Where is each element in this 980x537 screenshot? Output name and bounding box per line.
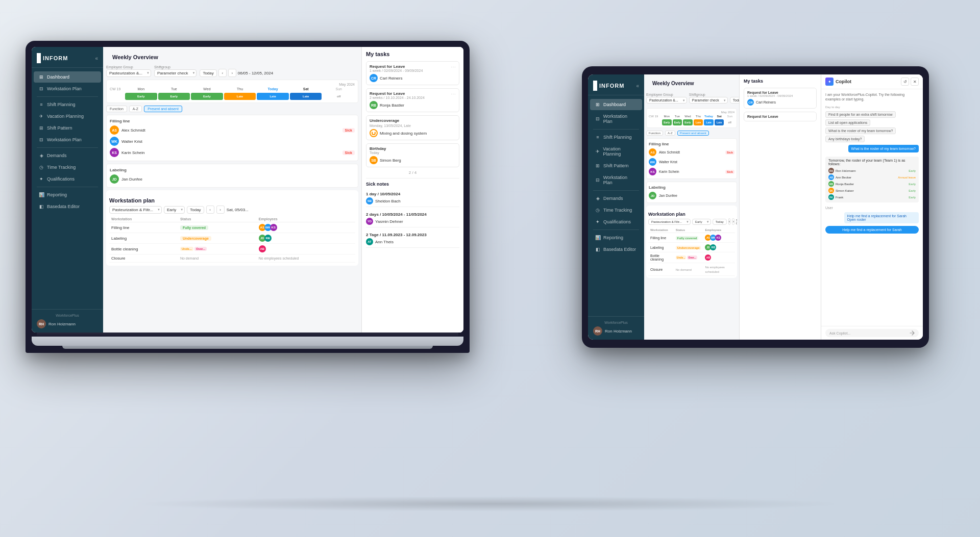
tablet-nav-demands[interactable]: ◈ Demands [590,193,642,204]
tablet-nav-label: Demands [603,196,623,201]
my-tasks-title: My tasks [366,51,459,57]
ws-today-button[interactable]: Today [187,206,204,214]
sidebar-collapse-icon[interactable]: « [95,56,98,61]
sidebar-item-workstation-plan[interactable]: ⊟ Workstation Plan [34,83,101,94]
tablet-ws-today[interactable]: Today [713,219,727,225]
ws-shift-dropdown[interactable]: Early ▼ [164,206,185,214]
tablet-ws-prev[interactable]: ‹ [728,218,731,225]
copilot-refresh-button[interactable]: ↺ [901,78,909,86]
t-tue: Tue [673,115,682,118]
copilot-response-text: Tomorrow, the roster of your team (Team … [828,159,916,166]
tablet-nav-workstation2[interactable]: ⊟ Workstation Plan [590,172,642,188]
task-person-2: RB Ronja Bastler [370,101,456,109]
ws-prev-button[interactable]: ‹ [206,206,214,214]
tablet-av-jan: JD [649,192,656,199]
sick-person-1: SB Sheldon Bach [366,197,459,204]
sick-notes-title: Sick notes [366,182,459,187]
tablet-nav-qual[interactable]: ✦ Qualifications [590,216,642,227]
shiftgroup-dropdown[interactable]: Parameter check ▼ [154,69,197,77]
employee-group-dropdown[interactable]: Pasteurization &... ▼ [106,69,151,77]
tablet-emp-jan: JD Jan Dunfee [649,191,734,200]
tablet-tab-function[interactable]: Function [646,131,663,136]
copilot-suggestion-btn[interactable]: Help me find a replacement for Sarah [825,226,919,234]
tab-present-absent[interactable]: Present and absent [144,106,182,112]
sidebar-item-vacation-planning[interactable]: ✈ Vacation Planning [34,111,101,122]
weekly-section: Weekly Overview Employee Group Pasteuriz… [103,47,361,333]
sidebar-item-workstation-plan2[interactable]: ⊟ Workstation Plan [34,134,101,145]
tablet-nav-time[interactable]: ◷ Time Tracking [590,204,642,216]
main-content: Weekly Overview Employee Group Pasteuriz… [103,47,463,333]
copilot-panel: ✦ Copilot ↺ ✕ I am your WorkforcePlus-Co… [821,74,923,340]
tablet-inform-text: INFORM [599,83,624,89]
tablet-ws-next[interactable]: › [732,218,734,225]
t-thu: Thu [694,115,703,118]
tablet-today-btn[interactable]: Today [730,97,739,104]
tablet-task-type-2: Request for Leave [747,115,813,118]
employee-group-label: Employee Group [106,65,151,69]
tablet-sg-dropdown[interactable]: Parameter check ▼ [689,97,728,104]
labeling-title: Labeling [110,167,355,173]
tablet-tab-present[interactable]: Present and absent [677,131,709,136]
ws-row-filling: Filling line Fully covered AS WK KS [109,222,355,233]
sidebar-item-basedata[interactable]: ◧ Basedata Editor [34,201,101,212]
tablet-col-status: Status [674,227,703,233]
tablet-sidebar-nav: ⊞ Dashboard ⊟ Workstation Plan ≡ Shift P… [588,95,644,316]
next-week-button[interactable]: › [228,69,236,77]
tablet-ws-row-labeling: Labeling Undercoverage JD RB [648,243,735,252]
tablet-nav-shift[interactable]: ≡ Shift Planning [590,132,642,143]
copilot-chips-label: Day to day [825,106,919,109]
tablet-nav-basedata[interactable]: ◧ Basedata Editor [590,244,642,255]
sidebar-item-shift-planning[interactable]: ≡ Shift Planning [34,99,101,110]
ws-emp-group-dropdown[interactable]: Pasteurization & Filtr... ▼ [109,206,162,214]
sidebar-item-label: Shift Pattern [47,125,72,131]
tablet-task-name-1: Carl Reiners [756,100,776,104]
tablet-nav-workstation[interactable]: ⊟ Workstation Plan [590,111,642,127]
ws-date-display: Sat, 05/03... [227,208,249,212]
tablet-collapse-icon[interactable]: « [636,83,639,89]
weekly-overview-title: Weekly Overview [106,50,358,62]
chip-roster[interactable]: What is the roster of my team tomorrow? [825,127,896,134]
tablet-emp-karin: KS Karin Schein Sick [649,167,734,176]
tablet-ws2-icon: ⊟ [595,177,600,183]
copilot-close-button[interactable]: ✕ [911,78,919,86]
tab-az[interactable]: A-Z [129,106,142,112]
sidebar-item-dashboard[interactable]: ⊞ Dashboard [34,71,101,83]
ws-next-button[interactable]: › [216,206,225,214]
sidebar-item-label: Workstation Plan [47,86,82,91]
task-more-icon[interactable]: ⋯ [451,64,456,70]
copilot-input-field[interactable]: Ask Copilot... [825,329,919,337]
tablet-tab-az[interactable]: A-Z [665,131,675,136]
sidebar-item-shift-pattern[interactable]: ⊞ Shift Pattern [34,122,101,134]
tablet-eg-dropdown[interactable]: Pasteurization &... ▼ [646,97,687,104]
today-button[interactable]: Today [200,69,216,77]
tablet-ws-date: Sat, 05/03... [736,219,737,225]
send-icon[interactable] [910,330,915,336]
t-shift-sat: Late [715,119,724,125]
team-member-2: AB Ann Becker Annual leave [828,174,916,181]
tablet-sg-value: Parameter check [689,97,728,104]
emp-name-karin: Karin Schein [121,150,340,155]
tab-function[interactable]: Function [106,106,127,112]
sidebar-item-reporting[interactable]: 📊 Reporting [34,189,101,200]
prev-week-button[interactable]: ‹ [218,69,227,77]
tablet-nav-dashboard[interactable]: ⊞ Dashboard [590,99,642,110]
task-more-icon-2[interactable]: ⋯ [451,91,456,97]
sick-avatar-1: SB [366,197,373,204]
chip-find-people[interactable]: Find 8 people for an extra shift tomorro… [825,111,896,118]
ws-row-bottle: Bottle cleaning Unde... Over... [109,244,355,254]
col-employees: Employees [257,216,355,222]
tablet-nav-reporting[interactable]: 📊 Reporting [590,232,642,243]
chip-birthdays[interactable]: Any birthdays today? [825,136,865,142]
tablet-nav-vacation[interactable]: ✈ Vacation Planning [590,143,642,160]
tablet-ws-row-bottle: Bottle cleaning Unde... Over... AB [648,252,735,263]
tablet-ws-shift-dropdown[interactable]: Early ▼ [692,219,711,225]
ws-employees-closure: No employees scheduled [259,257,299,260]
tablet-nav-shift-pattern[interactable]: ⊞ Shift Pattern [590,160,642,171]
sidebar-item-time-tracking[interactable]: ◷ Time Tracking [34,162,101,173]
tablet-ws-eg-dropdown[interactable]: Pasteurization & Filtr... ▼ [648,219,691,225]
date-range-display: 06/05 - 12/05, 2024 [238,71,273,75]
sidebar-item-demands[interactable]: ◈ Demands [34,150,101,161]
chip-list-open[interactable]: List all open applications [825,119,870,126]
ws-name-filling: Filling line [109,222,178,233]
sidebar-item-qualifications[interactable]: ✦ Qualifications [34,173,101,185]
